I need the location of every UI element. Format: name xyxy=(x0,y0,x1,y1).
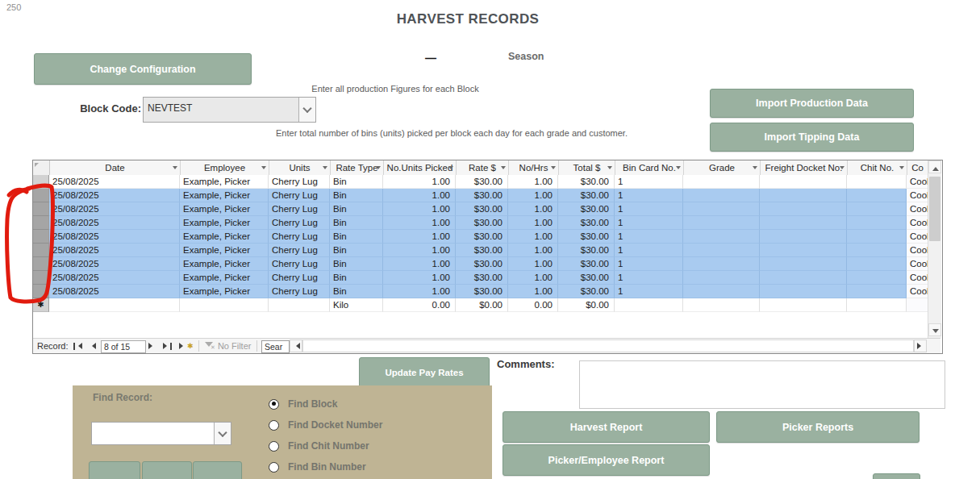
cell-bin_card[interactable]: 1 xyxy=(615,244,683,257)
cell-employee[interactable]: Example, Picker xyxy=(180,285,269,298)
cell-total[interactable]: $30.00 xyxy=(558,230,615,244)
table-row-3[interactable]: 25/08/2025Example, PickerCherry LugBin1.… xyxy=(33,202,928,216)
cell-bin_card[interactable]: 1 xyxy=(615,230,683,244)
cell-rate_type[interactable]: Bin xyxy=(330,175,383,189)
find-panel-button-3[interactable] xyxy=(193,461,242,479)
column-dropdown-icon[interactable] xyxy=(261,166,266,172)
cell-freight[interactable] xyxy=(760,285,847,298)
cell-no_units[interactable]: 1.00 xyxy=(383,230,456,244)
cell-date[interactable]: 25/08/2025 xyxy=(49,244,180,257)
cell-grade[interactable] xyxy=(683,298,760,312)
select-all-corner[interactable] xyxy=(33,160,50,175)
block-code-dropdown-button[interactable] xyxy=(298,98,315,122)
cell-total[interactable]: $30.00 xyxy=(558,202,615,216)
cell-rate_type[interactable]: Bin xyxy=(330,257,383,271)
cell-rate_type[interactable]: Bin xyxy=(330,285,383,298)
cell-rate[interactable]: $30.00 xyxy=(456,257,508,271)
import-production-data-button[interactable]: Import Production Data xyxy=(710,89,914,118)
cell-grade[interactable] xyxy=(683,285,760,298)
cell-no_hrs[interactable]: 1.00 xyxy=(508,202,558,216)
column-dropdown-icon[interactable] xyxy=(376,166,381,172)
column-dropdown-icon[interactable] xyxy=(501,166,506,172)
cell-total[interactable]: $30.00 xyxy=(558,285,615,298)
column-header-freight[interactable]: Freight Docket No. xyxy=(761,160,848,175)
cell-no_hrs[interactable]: 1.00 xyxy=(508,244,558,257)
column-header-no_units[interactable]: No.Units Picked xyxy=(384,160,457,175)
first-record-button[interactable] xyxy=(72,343,84,350)
cell-total[interactable]: $30.00 xyxy=(558,175,615,189)
vertical-scrollbar-thumb[interactable] xyxy=(929,177,940,241)
import-tipping-data-button[interactable]: Import Tipping Data xyxy=(710,123,914,152)
cell-no_hrs[interactable]: 1.00 xyxy=(508,175,558,189)
cell-chit[interactable] xyxy=(847,298,907,312)
cell-no_hrs[interactable]: 1.00 xyxy=(508,257,558,271)
block-code-combobox[interactable]: NEVTEST xyxy=(143,97,316,123)
table-row-1[interactable]: 25/08/2025Example, PickerCherry LugBin1.… xyxy=(33,175,928,189)
cell-bin_card[interactable]: 1 xyxy=(615,285,683,298)
table-row-9[interactable]: 25/08/2025Example, PickerCherry LugBin1.… xyxy=(33,285,928,298)
radio-find-docket-number[interactable]: Find Docket Number xyxy=(269,419,382,431)
cell-no_hrs[interactable]: 1.00 xyxy=(508,285,558,298)
vertical-scrollbar[interactable] xyxy=(928,160,941,338)
cell-units[interactable]: Cherry Lug xyxy=(269,189,330,202)
record-position-box[interactable]: 8 of 15 xyxy=(101,340,146,353)
radio-circle-icon[interactable] xyxy=(269,399,279,410)
new-record-button[interactable]: ✱ xyxy=(177,342,195,350)
picker-employee-report-button[interactable]: Picker/Employee Report xyxy=(503,444,710,476)
row-selector[interactable] xyxy=(33,271,49,285)
cell-employee[interactable]: Example, Picker xyxy=(180,230,269,244)
cell-date[interactable]: 25/08/2025 xyxy=(49,216,180,230)
table-row-8[interactable]: 25/08/2025Example, PickerCherry LugBin1.… xyxy=(33,271,928,285)
cell-date[interactable]: 25/08/2025 xyxy=(49,257,180,271)
table-row-7[interactable]: 25/08/2025Example, PickerCherry LugBin1.… xyxy=(33,257,928,271)
table-row-5[interactable]: 25/08/2025Example, PickerCherry LugBin1.… xyxy=(33,230,928,244)
cell-grade[interactable] xyxy=(683,216,760,230)
cell-employee[interactable] xyxy=(180,298,269,312)
cell-units[interactable]: Cherry Lug xyxy=(269,257,330,271)
scroll-down-button[interactable] xyxy=(928,323,941,336)
column-header-co[interactable]: Co xyxy=(907,160,928,175)
cell-rate[interactable]: $30.00 xyxy=(456,189,508,202)
cell-grade[interactable] xyxy=(683,202,760,216)
search-input[interactable]: Sear xyxy=(261,340,290,353)
cell-no_hrs[interactable]: 0.00 xyxy=(508,298,558,312)
cell-freight[interactable] xyxy=(760,175,847,189)
cell-rate_type[interactable]: Bin xyxy=(330,271,383,285)
cell-rate[interactable]: $30.00 xyxy=(456,285,508,298)
radio-find-chit-number[interactable]: Find Chit Number xyxy=(269,440,369,452)
cell-chit[interactable] xyxy=(847,257,907,271)
row-selector[interactable] xyxy=(33,285,49,298)
cell-date[interactable]: 25/08/2025 xyxy=(49,271,180,285)
column-dropdown-icon[interactable] xyxy=(899,166,904,172)
cell-date[interactable]: 25/08/2025 xyxy=(49,175,180,189)
cell-total[interactable]: $30.00 xyxy=(558,244,615,257)
cell-chit[interactable] xyxy=(847,216,907,230)
table-row-4[interactable]: 25/08/2025Example, PickerCherry LugBin1.… xyxy=(33,216,928,230)
cell-chit[interactable] xyxy=(847,189,907,202)
column-header-employee[interactable]: Employee xyxy=(181,160,269,175)
cell-rate[interactable]: $0.00 xyxy=(456,298,508,312)
cell-bin_card[interactable]: 1 xyxy=(615,216,683,230)
cell-employee[interactable]: Example, Picker xyxy=(180,202,269,216)
cell-rate_type[interactable]: Kilo xyxy=(330,298,383,312)
column-header-no_hrs[interactable]: No/Hrs xyxy=(509,160,559,175)
cell-rate[interactable]: $30.00 xyxy=(456,175,508,189)
cell-units[interactable]: Cherry Lug xyxy=(269,271,330,285)
row-selector[interactable] xyxy=(33,216,49,230)
cell-chit[interactable] xyxy=(847,230,907,244)
cell-freight[interactable] xyxy=(760,230,847,244)
cell-co[interactable]: Cool xyxy=(907,175,928,189)
cell-employee[interactable]: Example, Picker xyxy=(180,271,269,285)
cell-no_units[interactable]: 1.00 xyxy=(383,257,456,271)
next-record-button[interactable] xyxy=(147,343,157,349)
cell-rate[interactable]: $30.00 xyxy=(456,202,508,216)
cell-rate[interactable]: $30.00 xyxy=(456,271,508,285)
table-row-2[interactable]: 25/08/2025Example, PickerCherry LugBin1.… xyxy=(33,189,928,202)
cell-total[interactable]: $0.00 xyxy=(558,298,615,312)
row-selector[interactable] xyxy=(33,230,49,244)
change-configuration-button[interactable]: Change Configuration xyxy=(34,53,252,85)
cell-employee[interactable]: Example, Picker xyxy=(180,189,269,202)
column-header-rate_type[interactable]: Rate Type xyxy=(331,160,384,175)
cell-grade[interactable] xyxy=(683,244,760,257)
cell-co[interactable]: Cool xyxy=(907,189,928,202)
